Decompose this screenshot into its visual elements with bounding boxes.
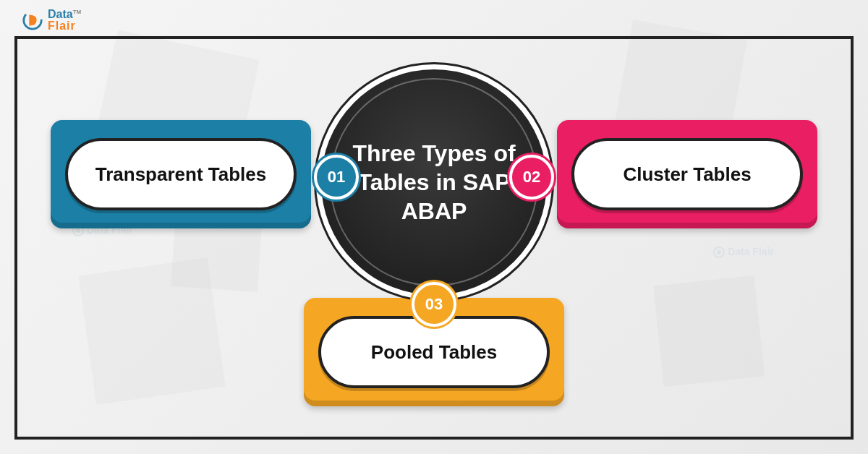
card-label: Cluster Tables: [623, 163, 751, 186]
badge-01: 01: [314, 155, 359, 200]
badge-02: 02: [509, 155, 554, 200]
diagram-frame: Transparent Tables Cluster Tables Pooled…: [14, 36, 854, 440]
card-label: Transparent Tables: [95, 163, 267, 186]
brand-logo: DataTM Flair: [22, 9, 81, 32]
pill-cluster-tables: Cluster Tables: [571, 138, 803, 210]
logo-icon: [22, 9, 43, 31]
card-transparent-tables: Transparent Tables: [51, 120, 311, 228]
card-label: Pooled Tables: [371, 341, 497, 364]
pill-transparent-tables: Transparent Tables: [65, 138, 297, 210]
logo-text-line2: Flair: [48, 20, 81, 32]
logo-text-line1: DataTM: [48, 9, 81, 20]
card-cluster-tables: Cluster Tables: [557, 120, 817, 228]
pill-pooled-tables: Pooled Tables: [318, 316, 550, 388]
badge-03: 03: [412, 282, 456, 327]
